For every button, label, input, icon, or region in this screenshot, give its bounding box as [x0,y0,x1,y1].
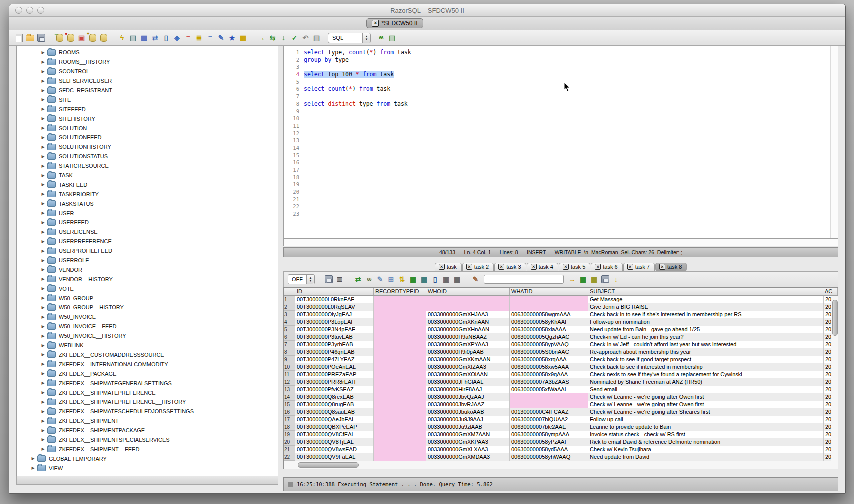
sidebar-item-staticresource[interactable]: ▶STATICRESOURCE [17,162,278,171]
close-tab-icon[interactable]: × [628,264,634,270]
table-cell[interactable]: Need update from David [588,454,824,461]
column-header-WHOID[interactable]: WHOID [426,288,510,296]
filter-results-icon[interactable]: ≣ [335,275,344,284]
connect-database-icon[interactable]: → [55,34,64,43]
table-cell[interactable] [374,438,426,446]
table-cell[interactable]: 00T3000000OiyJgEAJ [296,311,374,318]
table-cell[interactable]: 006300000058wgmAAA [510,311,588,318]
sidebar-item-w50-invoice-feed[interactable]: ▶W50_INVOICE__FEED [17,322,278,332]
database-tree[interactable]: ▶ROOMS▶ROOMS__HISTORY▶SCONTROL▶SELFSERVI… [16,46,278,476]
compare-documents-icon[interactable]: ⇄ [150,34,160,43]
copy-tables-icon[interactable]: ▣ [77,34,86,43]
table-cell[interactable]: Check back to see if good target prospec… [588,356,824,364]
favorites-icon[interactable]: ★ [228,34,237,43]
close-tab-icon[interactable]: × [563,264,569,270]
table-cell[interactable] [374,334,426,341]
row-number-cell[interactable]: 21 [284,446,296,454]
table-cell[interactable]: 00T3000000P47LYEAZ [296,356,374,364]
table-cell[interactable]: 00T3000000QV9FaEAL [296,454,374,461]
column-header-ID[interactable]: ID [296,288,374,296]
new-database-object-icon[interactable]: + [88,34,98,43]
table-row[interactable]: 300T3000000OiyJgEAJ0033000000GmXHJAA3006… [284,311,838,318]
results-tab-task-6[interactable]: ×task 6 [591,263,622,272]
disclosure-triangle-icon[interactable]: ▶ [41,344,46,348]
table-cell[interactable]: 00T3000000QV8TjEAL [296,438,374,446]
disclosure-triangle-icon[interactable]: ▶ [41,145,46,150]
disclosure-triangle-icon[interactable]: ▶ [41,315,46,320]
sidebar-item-zkfedex-package[interactable]: ▶ZKFEDEX__PACKAGE [17,369,278,378]
table-cell[interactable] [374,326,426,334]
table-cell[interactable] [510,401,588,408]
table-cell[interactable]: 0033000000GmXHJAA3 [426,311,510,318]
sidebar-item-taskstatus[interactable]: ▶TASKSTATUS [17,199,278,208]
table-cell[interactable]: 0033000000H9i0pAAB [426,348,510,356]
results-tab-task[interactable]: ×task [435,263,462,272]
table-cell[interactable] [374,454,426,461]
disclosure-triangle-icon[interactable]: ▶ [41,277,46,282]
table-cell[interactable]: 00T3000000POeAnEAL [296,364,374,371]
sidebar-item-w50-invoice-history[interactable]: ▶W50_INVOICE__HISTORY [17,332,278,341]
table-cell[interactable]: 00T3000000QAeJbEAL [296,416,374,424]
table-cell[interactable]: Get Massage [588,296,824,304]
disclosure-triangle-icon[interactable]: ▶ [41,220,46,225]
describe-table-icon[interactable]: ▤ [128,34,138,43]
sidebar-item-userprofilefeed[interactable]: ▶USERPROFILEFEED [17,246,278,256]
sidebar-item-solution[interactable]: ▶SOLUTION [17,124,278,133]
table-cell[interactable]: 00T3000000L0RknEAF [296,296,374,304]
sidebar-item-user[interactable]: ▶USER [17,208,278,218]
table-row[interactable]: 600T3000000P3tuvEAB0033000000H9aNBAAZ006… [284,334,838,341]
grid-vertical-scrollbar[interactable] [831,296,838,461]
table-cell[interactable]: 00T3000000QV8wsEAD [296,446,374,454]
table-row[interactable]: 1300T3000000PfvKSEAZ0033000000HirF8AAJ00… [284,386,838,394]
table-cell[interactable]: 006300000058yd5AAA [510,446,588,454]
table-row[interactable]: 1800T3000000QBXPeEAP0033000000Ju9zlAAB00… [284,424,838,431]
table-cell[interactable]: 0033000000GmXKPAA3 [426,438,510,446]
disclosure-triangle-icon[interactable]: ▶ [41,164,46,168]
table-cell[interactable]: 0033000000JbvRJAAZ [426,401,510,408]
table-row[interactable]: 1900T3000000QV8CfEAL0033000000GmXM7AAN00… [284,431,838,438]
rollback-icon[interactable]: ↶ [301,34,310,43]
disclosure-triangle-icon[interactable]: ▶ [41,258,46,263]
disclosure-triangle-icon[interactable]: ▶ [41,334,46,338]
describe-grid-icon[interactable]: ▤ [420,275,429,284]
disclosure-triangle-icon[interactable]: ▶ [41,240,46,244]
table-cell[interactable] [374,311,426,318]
table-cell[interactable]: 0033000000JFhGlAAL [426,378,510,386]
table-cell[interactable] [374,386,426,394]
table-cell[interactable]: Invoice status check - check w/ RS first [588,431,824,438]
export-results-icon[interactable]: ▦ [578,275,588,284]
disclosure-triangle-icon[interactable]: ▶ [41,202,46,206]
sidebar-item-sitehistory[interactable]: ▶SITEHISTORY [17,114,278,124]
column-header-WHATID[interactable]: WHATID [510,288,588,296]
table-cell[interactable]: 006300000058yPzAAI [510,438,588,446]
table-cell[interactable] [374,356,426,364]
copy-results-icon[interactable]: ▣ [442,275,451,284]
column-header-SUBJECT[interactable]: SUBJECT [588,288,824,296]
disclosure-triangle-icon[interactable]: ▶ [41,324,46,329]
row-number-cell[interactable]: 20 [284,438,296,446]
sidebar-item-selfserviceuser[interactable]: ▶SELFSERVICEUSER [17,76,278,86]
quotes-icon[interactable]: 66 [376,34,386,43]
notes-icon[interactable]: ▤ [590,275,599,284]
disclosure-triangle-icon[interactable]: ▶ [41,410,46,414]
table-cell[interactable] [374,431,426,438]
table-cell[interactable] [374,304,426,311]
table-cell[interactable]: 006300000058xrqAAA [510,356,588,364]
table-cell[interactable] [374,416,426,424]
table-cell[interactable] [374,446,426,454]
row-number-cell[interactable]: 18 [284,424,296,431]
disclosure-triangle-icon[interactable]: ▶ [41,390,46,395]
table-cell[interactable]: 00T3000000Q8sauEAB [296,408,374,416]
editor-horizontal-scrollbar[interactable] [284,239,838,246]
table-cell[interactable] [374,341,426,348]
table-cell[interactable] [374,348,426,356]
auto-commit-select[interactable]: OFF ▲▼ [288,274,315,284]
table-cell[interactable]: 006300000058yKhAAI [510,318,588,326]
table-tools-icon[interactable]: ▦ [238,34,248,43]
panel-splitter[interactable] [278,46,284,494]
table-row[interactable]: 1700T3000000QAeJbEAL0033000000Ju9J9AAJ00… [284,416,838,424]
table-row[interactable]: 1400T3000000Q8rexEAB0033000000JbvQzAAJCh… [284,394,838,401]
open-file-icon[interactable] [26,34,35,43]
table-row[interactable]: 2200T3000000QV9FaEAL0033000000GmXMDAA300… [284,454,838,461]
sidebar-item-site[interactable]: ▶SITE [17,95,278,104]
